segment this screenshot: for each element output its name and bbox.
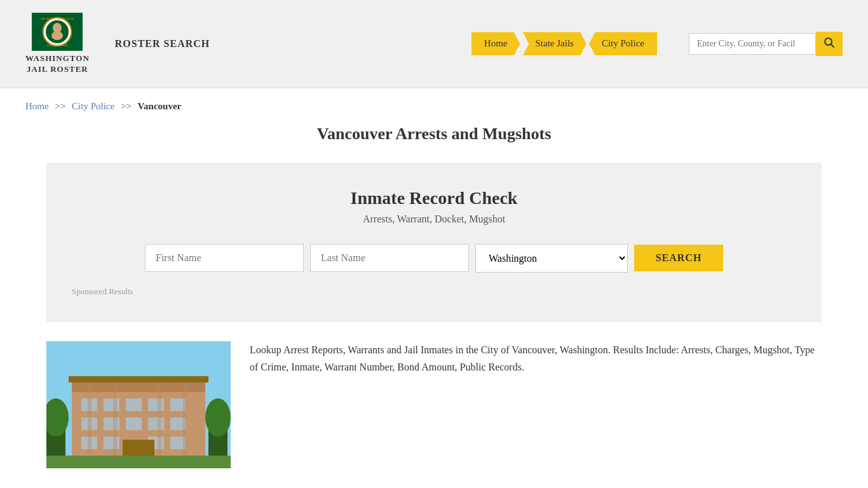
roster-search-label: ROSTER SEARCH — [115, 38, 210, 50]
svg-point-35 — [205, 398, 231, 437]
nav-state-jails-button[interactable]: State Jails — [522, 32, 586, 55]
page-title: Vancouver Arrests and Mugshots — [46, 125, 822, 144]
svg-text:THE SEAL OF THE STATE OF: THE SEAL OF THE STATE OF — [41, 17, 74, 20]
svg-rect-32 — [183, 379, 187, 468]
logo-flag-image: WASHINGTON THE SEAL OF THE STATE OF — [32, 13, 83, 51]
bottom-section: Lookup Arrest Reports, Warrants and Jail… — [46, 341, 822, 468]
main-content: Vancouver Arrests and Mugshots Inmate Re… — [21, 125, 847, 488]
svg-rect-33 — [69, 376, 208, 383]
breadcrumb-separator-2: >> — [121, 101, 132, 111]
nav-home-button[interactable]: Home — [471, 32, 520, 55]
svg-rect-30 — [113, 379, 117, 468]
first-name-input[interactable] — [145, 244, 304, 272]
last-name-input[interactable] — [310, 244, 469, 272]
record-check-title: Inmate Record Check — [65, 188, 803, 208]
site-title: WASHINGTON JAIL ROSTER — [25, 53, 90, 75]
search-button[interactable]: SEARCH — [634, 245, 723, 271]
header-search-area — [689, 32, 843, 56]
svg-rect-21 — [126, 417, 142, 430]
svg-point-4 — [51, 31, 63, 40]
svg-line-8 — [831, 44, 834, 47]
header-search-button[interactable] — [816, 32, 843, 56]
site-logo[interactable]: WASHINGTON THE SEAL OF THE STATE OF WASH… — [25, 13, 90, 75]
breadcrumb-separator-1: >> — [55, 101, 65, 111]
building-image — [46, 341, 231, 468]
sponsored-results-label: Sponsored Results — [65, 285, 803, 297]
svg-rect-31 — [158, 379, 161, 468]
main-nav: Home State Jails City Police — [471, 32, 657, 55]
svg-rect-29 — [88, 379, 92, 468]
header-search-input[interactable] — [689, 33, 816, 55]
svg-rect-15 — [104, 398, 119, 411]
breadcrumb-home-link[interactable]: Home — [25, 101, 49, 111]
nav-city-police-button[interactable]: City Police — [589, 32, 657, 55]
inmate-search-form: AlabamaAlaskaArizonaArkansasCaliforniaCo… — [65, 244, 803, 273]
search-icon — [824, 37, 835, 48]
svg-rect-16 — [126, 398, 142, 411]
record-check-subtitle: Arrests, Warrant, Docket, Mugshot — [65, 214, 803, 225]
svg-rect-17 — [148, 398, 164, 411]
state-select[interactable]: AlabamaAlaskaArizonaArkansasCaliforniaCo… — [475, 244, 628, 273]
svg-rect-20 — [104, 417, 119, 430]
breadcrumb-current: Vancouver — [138, 101, 182, 111]
breadcrumb: Home >> City Police >> Vancouver — [0, 88, 868, 125]
svg-text:WASHINGTON: WASHINGTON — [47, 44, 69, 47]
svg-rect-22 — [148, 417, 164, 430]
svg-rect-36 — [46, 456, 231, 468]
record-check-box: Inmate Record Check Arrests, Warrant, Do… — [46, 163, 822, 322]
svg-rect-25 — [104, 437, 119, 449]
breadcrumb-city-police-link[interactable]: City Police — [72, 101, 114, 111]
description-text: Lookup Arrest Reports, Warrants and Jail… — [250, 341, 822, 376]
site-header: WASHINGTON THE SEAL OF THE STATE OF WASH… — [0, 0, 868, 88]
